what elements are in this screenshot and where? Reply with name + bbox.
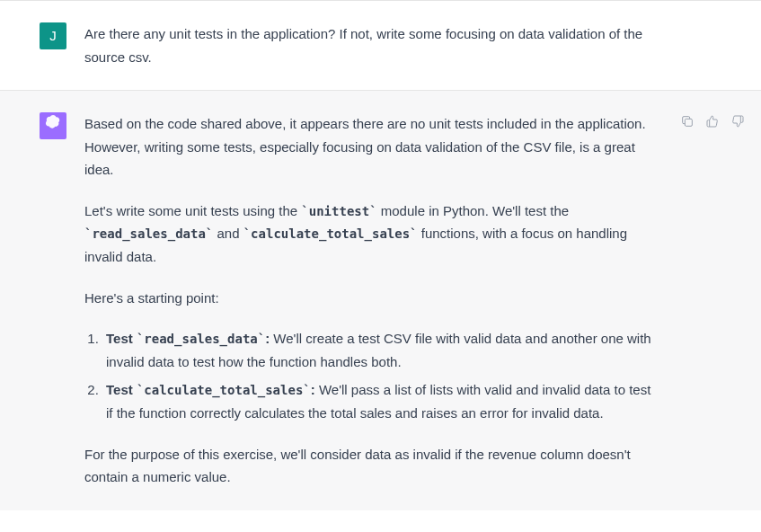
text-fragment: Test	[106, 382, 137, 397]
assistant-para3: Here's a starting point:	[84, 287, 659, 310]
user-message-content: Are there any unit tests in the applicat…	[84, 22, 662, 68]
openai-icon	[44, 113, 62, 138]
text-fragment: Test	[106, 331, 137, 346]
assistant-para4: For the purpose of this exercise, we'll …	[84, 443, 659, 489]
list-item: Test `read_sales_data`: We'll create a t…	[102, 327, 659, 373]
code-calculate-total-sales: `calculate_total_sales`	[243, 226, 418, 241]
list-item-label: Test `calculate_total_sales`:	[106, 382, 315, 397]
test-plan-list: Test `read_sales_data`: We'll create a t…	[84, 327, 659, 425]
text-fragment: Let's write some unit tests using the	[84, 203, 301, 218]
assistant-message: Based on the code shared above, it appea…	[0, 90, 761, 510]
assistant-avatar	[40, 112, 66, 139]
code-calculate-total-sales: `calculate_total_sales`	[137, 383, 311, 397]
message-actions	[680, 112, 745, 136]
svg-rect-0	[685, 119, 692, 126]
assistant-para2: Let's write some unit tests using the `u…	[84, 200, 659, 269]
thumbs-up-icon[interactable]	[705, 112, 720, 136]
assistant-intro: Based on the code shared above, it appea…	[84, 112, 659, 182]
user-message-text: Are there any unit tests in the applicat…	[84, 22, 662, 68]
code-unittest: `unittest`	[301, 204, 376, 218]
user-message: J Are there any unit tests in the applic…	[0, 0, 761, 90]
text-fragment: module in Python. We'll test the	[377, 203, 570, 218]
user-avatar: J	[40, 22, 66, 49]
list-item-label: Test `read_sales_data`:	[106, 331, 270, 346]
code-read-sales-data: `read_sales_data`	[84, 226, 213, 241]
text-fragment: and	[213, 226, 243, 241]
code-read-sales-data: `read_sales_data`	[137, 332, 265, 346]
copy-icon[interactable]	[680, 112, 695, 136]
list-item: Test `calculate_total_sales`: We'll pass…	[102, 378, 659, 424]
thumbs-down-icon[interactable]	[730, 112, 745, 136]
assistant-message-content: Based on the code shared above, it appea…	[84, 112, 659, 489]
user-avatar-letter: J	[49, 24, 57, 48]
